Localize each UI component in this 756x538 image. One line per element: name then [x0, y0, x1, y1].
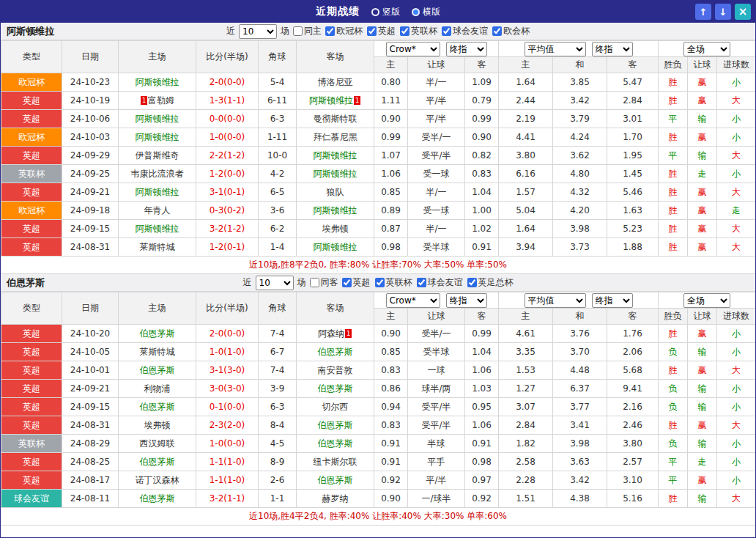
league-filter-checkbox[interactable] — [375, 278, 385, 287]
col-header-type: 类型 — [1, 292, 62, 325]
home-team-cell: 莱斯特城 — [119, 238, 196, 257]
away-team-cell: 伯恩茅斯 — [297, 416, 374, 435]
avg-away-cell: 1.76 — [607, 325, 659, 343]
avg-draw-cell: 3.63 — [553, 453, 607, 471]
result-wl-cell: 胜 — [659, 325, 688, 343]
odds-home-cell: 0.94 — [374, 398, 408, 416]
avg-draw-cell: 4.24 — [553, 128, 607, 147]
match-row: 英超24-10-191富勒姆1-3(1-1)6-11阿斯顿维拉11.11平/半0… — [1, 92, 756, 110]
odds-away-cell: 0.92 — [465, 490, 499, 508]
home-team-cell: 伯恩茅斯 — [119, 325, 196, 343]
same-side-filter[interactable]: 同主 — [293, 25, 322, 37]
team-label: 莱斯特城 — [140, 347, 175, 357]
league-filter[interactable]: 欧冠杯 — [325, 25, 363, 37]
result-wl-cell: 胜 — [659, 183, 688, 202]
team-label: 伯恩茅斯 — [318, 347, 353, 357]
final-index-select[interactable]: 终指 — [446, 293, 487, 308]
team-label: 南安普敦 — [318, 365, 353, 375]
league-filter-checkbox[interactable] — [467, 278, 477, 287]
final-index-select[interactable]: 终指 — [446, 42, 487, 56]
final-index-select[interactable]: 终指 — [592, 293, 633, 308]
odds-away-cell: 0.79 — [465, 92, 499, 110]
result-wl-cell: 胜 — [659, 128, 688, 147]
league-filter[interactable]: 英联杯 — [375, 276, 412, 289]
avg-away-cell: 2.06 — [607, 343, 659, 361]
match-row: 英超24-08-31埃弗顿2-3(2-0)8-4伯恩茅斯0.83受平/半1.06… — [1, 416, 756, 435]
corner-cell: 3-6 — [259, 202, 297, 220]
match-row: 欧冠杯24-10-23阿斯顿维拉2-0(0-0)5-4博洛尼亚0.80半/一1.… — [1, 73, 756, 92]
average-select[interactable]: 平均值 — [525, 293, 586, 308]
league-filter-checkbox[interactable] — [492, 26, 502, 36]
close-button[interactable]: × — [735, 4, 751, 20]
league-filter-checkbox[interactable] — [325, 26, 335, 36]
avg-away-cell: 1.95 — [607, 147, 659, 165]
vertical-view-radio[interactable]: 竖版 — [371, 6, 400, 18]
avg-draw-cell: 3.62 — [553, 147, 607, 165]
horizontal-view-radio[interactable]: 横版 — [412, 6, 440, 18]
section-header: 伯恩茅斯 近 10 场 同客 英超英联杯球会友谊英足总杯 — [1, 274, 755, 292]
league-filter[interactable]: 英超 — [342, 276, 371, 289]
league-filter[interactable]: 球会友谊 — [442, 25, 488, 37]
red-card-badge: 1 — [141, 96, 147, 105]
avg-home-cell: 1.64 — [499, 73, 553, 92]
league-filter-checkbox[interactable] — [417, 278, 426, 287]
team-label: 西汉姆联 — [140, 438, 175, 449]
date-cell: 24-10-03 — [62, 128, 119, 147]
avg-away-cell: 3.10 — [607, 471, 659, 490]
bookmaker-select[interactable]: Crow* — [386, 293, 440, 308]
date-cell: 24-10-01 — [62, 361, 119, 380]
corner-cell: 2-6 — [259, 471, 297, 490]
final-index-select[interactable]: 终指 — [592, 42, 633, 56]
league-filter-checkbox[interactable] — [400, 26, 410, 36]
scope-select[interactable]: 全场 — [683, 42, 730, 56]
scroll-up-button[interactable]: ↑ — [695, 4, 711, 20]
score-cell: 0-1(0-0) — [196, 398, 259, 416]
avg-home-cell: 2.19 — [499, 110, 553, 128]
scroll-down-button[interactable]: ↓ — [715, 4, 731, 20]
date-cell: 24-08-17 — [62, 471, 119, 490]
scope-select[interactable]: 全场 — [683, 293, 730, 308]
score-cell: 1-2(0-0) — [196, 165, 259, 183]
home-team-cell: 1富勒姆 — [119, 92, 196, 110]
odds-away-cell: 1.02 — [465, 220, 499, 238]
col-header-odds-away: 客 — [465, 57, 499, 73]
result-wl-cell: 胜 — [659, 490, 688, 508]
league-badge: 英超 — [1, 416, 62, 435]
odds-home-cell: 0.89 — [374, 202, 408, 220]
same-side-checkbox[interactable] — [293, 26, 303, 36]
bookmaker-select[interactable]: Crow* — [386, 42, 440, 56]
handicap-cell: 受平/半 — [408, 416, 465, 435]
league-filter-checkbox[interactable] — [367, 26, 377, 36]
result-handicap-cell: 赢 — [688, 73, 717, 92]
league-filter-checkbox[interactable] — [342, 278, 352, 287]
home-team-cell: 年青人 — [119, 202, 196, 220]
result-wl-cell: 负 — [659, 380, 688, 398]
result-handicap-cell: 赢 — [688, 92, 717, 110]
home-team-cell: 韦康比流浪者 — [119, 165, 196, 183]
same-side-checkbox[interactable] — [310, 278, 319, 287]
home-team-cell: 利物浦 — [119, 380, 196, 398]
titlebar-buttons: ↑ ↓ × — [695, 4, 751, 20]
avg-home-cell: 2.84 — [499, 416, 553, 435]
titlebar: 近期战绩 竖版 横版 ↑ ↓ × — [1, 1, 755, 23]
team-label: 曼彻斯特联 — [314, 114, 357, 124]
league-filter[interactable]: 英超 — [367, 25, 396, 37]
league-filter-checkbox[interactable] — [442, 26, 451, 36]
result-goals-cell: 大 — [717, 220, 756, 238]
league-filter[interactable]: 球会友谊 — [417, 276, 463, 289]
team-label: 利物浦 — [144, 383, 171, 394]
result-wl-cell: 平 — [659, 147, 688, 165]
league-filter[interactable]: 英足总杯 — [467, 276, 514, 289]
avg-home-cell: 3.35 — [499, 343, 553, 361]
match-count-select[interactable]: 10 — [256, 276, 294, 290]
match-row: 欧冠杯24-09-18年青人0-3(0-2)3-6阿斯顿维拉0.89受一球1.0… — [1, 202, 756, 220]
match-count-select[interactable]: 10 — [239, 24, 277, 39]
league-filter[interactable]: 英联杯 — [400, 25, 437, 37]
home-team-cell: 莱斯特城 — [119, 343, 196, 361]
result-wl-cell: 胜 — [659, 73, 688, 92]
away-team-cell: 狼队 — [297, 183, 374, 202]
league-filter[interactable]: 欧会杯 — [492, 25, 530, 37]
date-cell: 24-08-29 — [62, 435, 119, 453]
average-select[interactable]: 平均值 — [525, 42, 586, 56]
same-side-filter[interactable]: 同客 — [310, 276, 338, 289]
